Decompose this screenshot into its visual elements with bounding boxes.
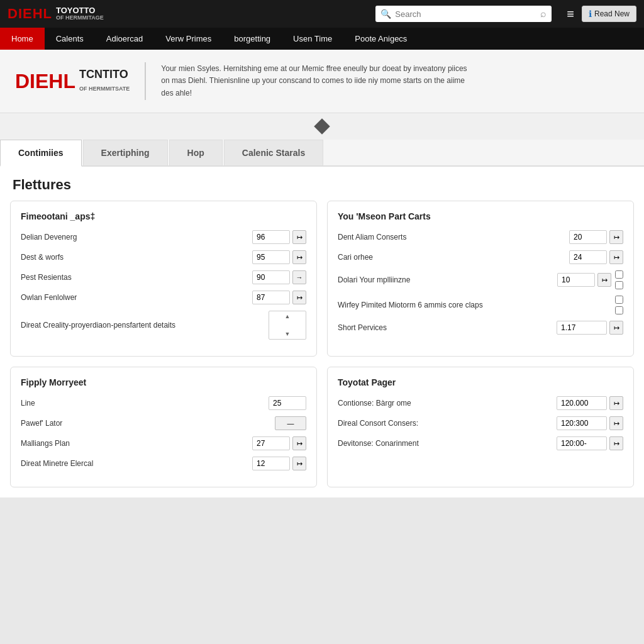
field-direal-input[interactable] <box>557 416 607 430</box>
field-devitonse-label: Devitonse: Conarinment <box>338 439 557 448</box>
nav-item-adioercad[interactable]: Adioercad <box>95 28 155 50</box>
hero-sub: OF HERMMITSATE <box>79 86 130 92</box>
search-input[interactable] <box>395 9 536 19</box>
wirfey-checkbox-2[interactable] <box>615 306 623 314</box>
field-pest-arrow[interactable]: → <box>292 270 306 284</box>
dolari-checkbox-1[interactable] <box>615 270 623 279</box>
tab-hop[interactable]: Hop <box>169 140 223 165</box>
wirfey-checkboxes <box>615 296 623 314</box>
field-short-input[interactable] <box>557 321 607 335</box>
card4-title: Toyotat Pager <box>338 377 623 387</box>
hero: DIEHL TCNTITO OF HERMMITSATE Your mien S… <box>0 50 644 113</box>
field-delian-label: Delian Devenerg <box>21 233 252 242</box>
nav-item-poote-anigecs[interactable]: Poote Anigecs <box>343 28 418 50</box>
field-cari-label: Cari orhee <box>338 253 569 262</box>
field-delian-input[interactable] <box>252 230 290 244</box>
wirfey-checkbox-1[interactable] <box>615 296 623 304</box>
card-mseon: You 'Mseon Part Carts Dent Aliam Consert… <box>327 201 634 357</box>
search-icon: 🔍 <box>380 9 391 19</box>
diamond-icon <box>314 118 330 134</box>
field-short-arrow[interactable]: ↦ <box>609 321 623 335</box>
nav-item-borgetting[interactable]: borgetting <box>223 28 282 50</box>
field-dolari-arrow[interactable]: ↦ <box>597 273 611 287</box>
tab-contimiies[interactable]: Contimiies <box>0 140 82 167</box>
field-dest-input-wrap: ↦ <box>252 250 306 264</box>
field-pest-input[interactable] <box>252 270 290 284</box>
field-malliangs-arrow[interactable]: ↦ <box>292 436 306 450</box>
hero-toyota: TCNTITO OF HERMMITSATE <box>79 69 130 94</box>
field-short-label: Short Pervices <box>338 323 557 332</box>
top-bar: DIEHL TOYOTTO OF HERMMITAGE 🔍 ⌕ ≡ ℹ Read… <box>0 0 644 28</box>
field-direal: Direal Consort Consers: ↦ <box>338 416 623 430</box>
field-direat: Direat Creality-proyerdia‌on-pensfartent… <box>21 311 306 340</box>
field-devitonse-arrow[interactable]: ↦ <box>609 436 623 450</box>
field-pawef-arrow[interactable]: — <box>275 416 306 430</box>
nav-item-home[interactable]: Home <box>0 28 45 50</box>
tabs: Contimiies Exertiphing Hop Calenic Stara… <box>0 140 644 167</box>
field-direat-minetre-arrow[interactable]: ↦ <box>292 457 306 470</box>
field-owlan: Owlan Fenlolwer ↦ <box>21 291 306 304</box>
field-pest-input-wrap: → <box>252 270 306 284</box>
field-dent-input[interactable] <box>569 230 607 244</box>
nav-item-calents[interactable]: Calents <box>45 28 95 50</box>
field-pawef: Pawef' Lator — <box>21 416 306 430</box>
hero-divider <box>145 62 146 100</box>
search-submit-icon[interactable]: ⌕ <box>540 8 547 19</box>
field-dent: Dent Aliam Conserts ↦ <box>338 230 623 244</box>
field-contionse: Contionse: Bàrgr ome ↦ <box>338 396 623 410</box>
card3-title: Fipply Morryeet <box>21 377 306 387</box>
cards-grid: Fimeootani _aps‡ Delian Devenerg ↦ Dest … <box>0 201 644 497</box>
field-malliangs-input[interactable] <box>252 436 290 450</box>
logo-toyota: TOYOTTO OF HERMMITAGE <box>56 6 104 21</box>
field-direat-minetre-input[interactable] <box>252 457 290 470</box>
tab-exertiphing[interactable]: Exertiphing <box>83 140 168 165</box>
field-contionse-label: Contionse: Bàrgr ome <box>338 399 557 408</box>
card-fimeootani: Fimeootani _aps‡ Delian Devenerg ↦ Dest … <box>10 201 317 357</box>
card1-title: Fimeootani _aps‡ <box>21 211 306 221</box>
section-title: Flettures <box>0 167 644 201</box>
field-cari-input-wrap: ↦ <box>569 250 623 264</box>
field-contionse-arrow[interactable]: ↦ <box>609 396 623 410</box>
field-devitonse-input-wrap: ↦ <box>557 436 623 450</box>
field-devitonse: Devitonse: Conarinment ↦ <box>338 436 623 450</box>
field-owlan-input[interactable] <box>252 291 290 304</box>
field-short-input-wrap: ↦ <box>557 321 623 335</box>
field-direat-dropdown[interactable]: ▲ ▼ <box>269 311 306 340</box>
field-line-input[interactable] <box>269 396 306 410</box>
field-direal-arrow[interactable]: ↦ <box>609 416 623 430</box>
field-cari-arrow[interactable]: ↦ <box>609 250 623 264</box>
logo-sub: OF HERMMITAGE <box>56 15 104 21</box>
field-malliangs: Malliangs Plan ↦ <box>21 436 306 450</box>
field-line-label: Line <box>21 399 269 408</box>
info-icon: ℹ <box>589 9 592 19</box>
field-cari-input[interactable] <box>569 250 607 264</box>
field-direal-label: Direal Consort Consers: <box>338 419 557 428</box>
field-delian-arrow[interactable]: ↦ <box>292 230 306 244</box>
nav-item-usen-time[interactable]: Usen Time <box>282 28 343 50</box>
tab-calenic-starals[interactable]: Calenic Starals <box>224 140 323 165</box>
field-delian: Delian Devenerg ↦ <box>21 230 306 244</box>
field-direat-minetre-input-wrap: ↦ <box>252 457 306 470</box>
logo-diehl: DIEHL <box>8 6 52 22</box>
field-line: Line <box>21 396 306 410</box>
field-dolari-input[interactable] <box>557 273 595 287</box>
field-dest-input[interactable] <box>252 250 290 264</box>
field-dest-arrow[interactable]: ↦ <box>292 250 306 264</box>
field-owlan-arrow[interactable]: ↦ <box>292 291 306 304</box>
hero-diehl: DIEHL <box>15 70 75 93</box>
field-pest-label: Pest Resientas <box>21 273 252 282</box>
field-dest: Dest & worfs ↦ <box>21 250 306 264</box>
dolari-checkbox-2[interactable] <box>615 281 623 289</box>
search-container: 🔍 ⌕ <box>375 6 552 22</box>
nav-item-verw-primes[interactable]: Verw Primes <box>154 28 223 50</box>
main-content: Contimiies Exertiphing Hop Calenic Stara… <box>0 140 644 497</box>
field-malliangs-label: Malliangs Plan <box>21 439 252 448</box>
field-devitonse-input[interactable] <box>557 436 607 450</box>
field-pawef-input-wrap: — <box>275 416 306 430</box>
hamburger-icon[interactable]: ≡ <box>567 7 574 21</box>
field-contionse-input[interactable] <box>557 396 607 410</box>
field-dent-arrow[interactable]: ↦ <box>609 230 623 244</box>
field-dent-input-wrap: ↦ <box>569 230 623 244</box>
field-direal-input-wrap: ↦ <box>557 416 623 430</box>
read-new-button[interactable]: ℹ Read New <box>582 6 636 22</box>
